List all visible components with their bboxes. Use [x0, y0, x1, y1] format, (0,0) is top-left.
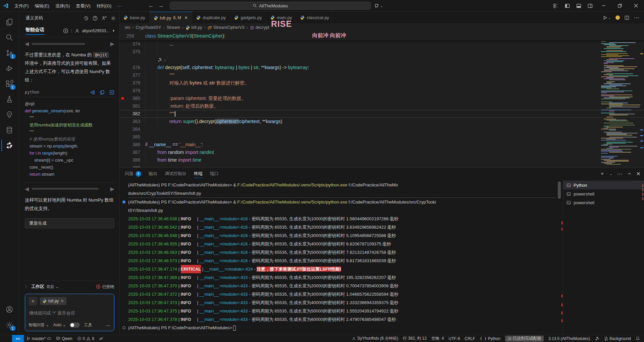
back-icon[interactable]: ←	[148, 3, 154, 9]
terminal-list-item-powershell[interactable]: powershell	[563, 198, 644, 207]
new-terminal-icon[interactable]: ＋	[599, 170, 605, 177]
panel-tab-终端[interactable]: 终端	[194, 168, 203, 179]
chevron-left-icon[interactable]: ◀	[25, 186, 29, 192]
chat-input-box[interactable]: ＋ lsfr.py ✕ 继续提问或 “/” 新开会话 智能问答 ⌄ Auto ⌄…	[25, 294, 114, 331]
cursor-position-item[interactable]: 行 382, 列 12	[400, 335, 429, 342]
mode-select[interactable]: 智能问答 ⌄	[29, 322, 49, 328]
run-button[interactable]: ⌄	[603, 15, 611, 20]
testing-icon[interactable]	[1, 92, 17, 107]
context-chip[interactable]: lsfr.py ✕	[40, 297, 66, 305]
minimap[interactable]	[601, 32, 639, 165]
quota-item[interactable]: 已达到完成配额	[503, 335, 546, 342]
terminal-list-item-powershell[interactable]: powershell	[563, 189, 644, 198]
command-center-search[interactable]: AllTheModules	[170, 2, 371, 10]
chevron-left-icon[interactable]: ◀	[25, 41, 29, 47]
more-actions-icon[interactable]: ⋯	[617, 171, 623, 177]
code-line[interactable]: 389	[119, 164, 644, 168]
breakpoint-gutter[interactable]	[119, 164, 125, 168]
language-mode-item[interactable]: { }Python	[478, 335, 503, 342]
split-editor-icon[interactable]	[625, 15, 629, 20]
tab-smart-session[interactable]: 智能会话	[25, 27, 44, 35]
database-icon[interactable]	[1, 122, 17, 138]
close-panel-icon[interactable]: ✕	[636, 171, 641, 177]
eol-item[interactable]: CRLF	[462, 335, 477, 342]
extensions-icon[interactable]: 2	[1, 76, 17, 92]
breakpoint-gutter[interactable]	[119, 95, 125, 102]
close-icon[interactable]: ✕	[184, 15, 188, 20]
new-file-code-icon[interactable]	[109, 90, 114, 95]
model-select[interactable]: Auto ⌄	[53, 323, 66, 327]
terminal-list-item-Python[interactable]: Python	[563, 181, 644, 189]
customize-layout-icon[interactable]	[550, 0, 561, 11]
breakpoint-gutter[interactable]	[119, 40, 125, 48]
background-task-item[interactable]: Background	[602, 335, 633, 342]
commit-author-item[interactable]: SyYhunfhds (6 分钟前)	[350, 335, 400, 342]
maximize-panel-icon[interactable]	[627, 172, 632, 176]
panel-tab-问题[interactable]: 问题8	[125, 168, 141, 179]
indentation-item[interactable]: 空格: 4	[429, 335, 446, 342]
menu-item[interactable]: 文件(F)	[11, 0, 32, 12]
terminal-profile-chevron-icon[interactable]: ⌄	[609, 172, 612, 176]
chat-button[interactable]: ⌄	[374, 3, 383, 8]
code-line[interactable]: 375	[119, 48, 644, 56]
terminal[interactable]: (AllTheModules) PS F:\CodePractice\AllTh…	[119, 179, 563, 335]
breakpoint-icon[interactable]	[121, 97, 124, 100]
breadcrumb-item[interactable]: lsfr.py	[185, 25, 202, 30]
breakpoint-gutter[interactable]	[119, 156, 125, 164]
editor-tab-gadgets.py[interactable]: gadgets.py	[230, 12, 266, 23]
ai-assistant-icon[interactable]	[615, 15, 620, 20]
chevron-right-icon[interactable]: ▶	[110, 186, 114, 192]
breakpoint-gutter[interactable]	[119, 71, 125, 79]
todo-tree-icon[interactable]	[1, 107, 17, 122]
lingma-codelens-widget[interactable]: ⌄	[119, 56, 644, 64]
editor-tab-base.py[interactable]: base.py	[119, 12, 150, 23]
debug-launch-icon[interactable]	[97, 335, 106, 342]
code-line[interactable]: 386if __name__ == '__main__':	[119, 141, 644, 149]
chevron-right-icon[interactable]: ▶	[110, 41, 114, 47]
code-line[interactable]: 385	[119, 133, 644, 141]
new-session-icon[interactable]	[63, 28, 68, 34]
regenerate-button[interactable]: 重新生成	[25, 218, 114, 228]
search-view-icon[interactable]	[1, 30, 17, 45]
code-line[interactable]: 380:param ciphertext: 需要处理的数据。	[119, 95, 644, 102]
code-line[interactable]: 374...	[119, 40, 644, 48]
code-line[interactable]: 387from random import randint	[119, 149, 644, 156]
encoding-item[interactable]: UTF-8	[446, 335, 462, 342]
command-decoration-icon[interactable]	[122, 201, 125, 204]
tool-toggle[interactable]	[70, 323, 80, 328]
editor-tab-lsfr.py[interactable]: lsfr.py8, M✕	[150, 12, 192, 23]
code-line[interactable]: 382"""	[119, 110, 644, 118]
problems-item[interactable]: 0 8	[75, 335, 97, 342]
menu-item[interactable]: 转到(G)	[94, 0, 115, 12]
workspace-sort[interactable]: 最新 ⌄	[46, 284, 59, 290]
editor-tab-classical.py[interactable]: classical.py	[296, 12, 333, 23]
send-button[interactable]: →	[105, 322, 111, 328]
explorer-icon[interactable]	[1, 14, 17, 30]
menu-item[interactable]: 选择(S)	[52, 0, 73, 12]
breadcrumb-item[interactable]: decrypt	[250, 25, 269, 30]
qwen-model-item[interactable]: Qwen	[54, 335, 74, 342]
code-line[interactable]: 377"""	[119, 71, 644, 79]
tongyi-lingma-icon[interactable]	[1, 138, 17, 153]
code-lines[interactable]: 374...375⌄376def decrypt(self, ciphertex…	[119, 40, 644, 168]
copy-code-icon[interactable]	[100, 90, 105, 95]
code-line[interactable]: 376def decrypt(self, ciphertext: bytearr…	[119, 64, 644, 71]
breadcrumb-item[interactable]: Stream	[167, 25, 180, 30]
terminal-prompt-line[interactable]: (AllTheModules) PS F:\CodePractice\AllTh…	[128, 324, 563, 332]
toggle-primary-sidebar-icon[interactable]	[561, 0, 573, 11]
notifications-bell-icon[interactable]	[633, 335, 644, 342]
share-feedback-icon[interactable]	[102, 16, 107, 21]
git-branch-item[interactable]: master*	[24, 335, 54, 342]
code-line[interactable]: 384	[119, 125, 644, 133]
breakpoint-gutter[interactable]	[119, 87, 125, 95]
code-line[interactable]: 378对输入的 bytes 或 str 数据进行解密。	[119, 79, 644, 87]
account-name[interactable]: aliyun529533...	[82, 28, 109, 33]
menu-item[interactable]: ···	[114, 0, 125, 12]
panel-tab-端口[interactable]: 端口	[210, 168, 219, 179]
menu-item[interactable]: 编辑(E)	[32, 0, 52, 12]
source-control-icon[interactable]: 1	[1, 45, 17, 61]
panel-tab-输出[interactable]: 输出	[149, 168, 157, 179]
remote-indicator[interactable]: ><	[12, 335, 24, 342]
carousel-scrollbar[interactable]	[32, 188, 99, 190]
gear-icon[interactable]	[111, 16, 116, 21]
